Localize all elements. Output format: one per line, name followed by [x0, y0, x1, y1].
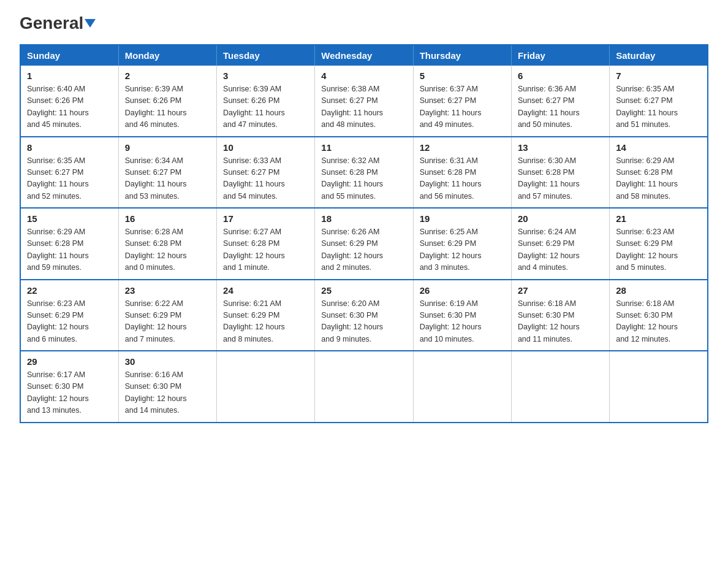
day-number: 25 — [321, 285, 406, 296]
calendar-cell: 9 Sunrise: 6:34 AM Sunset: 6:27 PM Dayli… — [118, 137, 216, 209]
day-number: 26 — [420, 285, 505, 296]
day-info: Sunrise: 6:40 AM Sunset: 6:26 PM Dayligh… — [27, 83, 112, 131]
day-info: Sunrise: 6:18 AM Sunset: 6:30 PM Dayligh… — [616, 298, 701, 346]
calendar-table: SundayMondayTuesdayWednesdayThursdayFrid… — [20, 44, 708, 423]
day-number: 5 — [420, 71, 505, 81]
calendar-body: 1 Sunrise: 6:40 AM Sunset: 6:26 PM Dayli… — [20, 66, 708, 423]
day-number: 28 — [616, 285, 701, 296]
day-number: 21 — [616, 213, 701, 224]
header-wednesday: Wednesday — [315, 45, 413, 66]
day-number: 24 — [223, 285, 308, 296]
day-number: 23 — [125, 285, 210, 296]
calendar-week-5: 29 Sunrise: 6:17 AM Sunset: 6:30 PM Dayl… — [20, 351, 708, 423]
calendar-cell: 16 Sunrise: 6:28 AM Sunset: 6:28 PM Dayl… — [118, 208, 216, 280]
day-number: 27 — [518, 285, 603, 296]
day-info: Sunrise: 6:36 AM Sunset: 6:27 PM Dayligh… — [518, 83, 603, 131]
calendar-cell: 21 Sunrise: 6:23 AM Sunset: 6:29 PM Dayl… — [610, 208, 708, 280]
header-thursday: Thursday — [413, 45, 511, 66]
day-info: Sunrise: 6:17 AM Sunset: 6:30 PM Dayligh… — [27, 369, 112, 417]
day-number: 7 — [616, 71, 701, 81]
day-info: Sunrise: 6:18 AM Sunset: 6:30 PM Dayligh… — [518, 298, 603, 346]
calendar-cell: 28 Sunrise: 6:18 AM Sunset: 6:30 PM Dayl… — [610, 280, 708, 351]
calendar-cell: 11 Sunrise: 6:32 AM Sunset: 6:28 PM Dayl… — [315, 137, 413, 209]
calendar-cell: 8 Sunrise: 6:35 AM Sunset: 6:27 PM Dayli… — [20, 137, 118, 209]
calendar-cell: 6 Sunrise: 6:36 AM Sunset: 6:27 PM Dayli… — [511, 66, 609, 137]
day-info: Sunrise: 6:21 AM Sunset: 6:29 PM Dayligh… — [223, 298, 308, 346]
header-monday: Monday — [118, 45, 216, 66]
calendar-cell — [315, 351, 413, 423]
logo-general: General — [20, 15, 96, 32]
day-info: Sunrise: 6:30 AM Sunset: 6:28 PM Dayligh… — [518, 155, 603, 203]
day-number: 17 — [223, 213, 308, 224]
calendar-cell: 29 Sunrise: 6:17 AM Sunset: 6:30 PM Dayl… — [20, 351, 118, 423]
day-number: 3 — [223, 71, 308, 81]
calendar-cell: 26 Sunrise: 6:19 AM Sunset: 6:30 PM Dayl… — [413, 280, 511, 351]
day-info: Sunrise: 6:16 AM Sunset: 6:30 PM Dayligh… — [125, 369, 210, 417]
calendar-week-3: 15 Sunrise: 6:29 AM Sunset: 6:28 PM Dayl… — [20, 208, 708, 280]
day-number: 19 — [420, 213, 505, 224]
day-number: 6 — [518, 71, 603, 81]
day-info: Sunrise: 6:23 AM Sunset: 6:29 PM Dayligh… — [27, 298, 112, 346]
day-info: Sunrise: 6:24 AM Sunset: 6:29 PM Dayligh… — [518, 226, 603, 274]
calendar-cell — [511, 351, 609, 423]
logo: General — [20, 15, 96, 33]
header-saturday: Saturday — [610, 45, 708, 66]
day-info: Sunrise: 6:38 AM Sunset: 6:27 PM Dayligh… — [321, 83, 406, 131]
day-number: 16 — [125, 213, 210, 224]
day-info: Sunrise: 6:35 AM Sunset: 6:27 PM Dayligh… — [27, 155, 112, 203]
day-info: Sunrise: 6:34 AM Sunset: 6:27 PM Dayligh… — [125, 155, 210, 203]
day-number: 12 — [420, 142, 505, 153]
calendar-cell: 24 Sunrise: 6:21 AM Sunset: 6:29 PM Dayl… — [217, 280, 315, 351]
day-info: Sunrise: 6:39 AM Sunset: 6:26 PM Dayligh… — [125, 83, 210, 131]
day-info: Sunrise: 6:22 AM Sunset: 6:29 PM Dayligh… — [125, 298, 210, 346]
day-number: 20 — [518, 213, 603, 224]
calendar-week-4: 22 Sunrise: 6:23 AM Sunset: 6:29 PM Dayl… — [20, 280, 708, 351]
day-number: 29 — [27, 356, 112, 367]
calendar-cell: 14 Sunrise: 6:29 AM Sunset: 6:28 PM Dayl… — [610, 137, 708, 209]
calendar-cell: 15 Sunrise: 6:29 AM Sunset: 6:28 PM Dayl… — [20, 208, 118, 280]
calendar-cell: 3 Sunrise: 6:39 AM Sunset: 6:26 PM Dayli… — [217, 66, 315, 137]
day-info: Sunrise: 6:33 AM Sunset: 6:27 PM Dayligh… — [223, 155, 308, 203]
header-sunday: Sunday — [20, 45, 118, 66]
calendar-cell: 27 Sunrise: 6:18 AM Sunset: 6:30 PM Dayl… — [511, 280, 609, 351]
day-number: 22 — [27, 285, 112, 296]
day-info: Sunrise: 6:27 AM Sunset: 6:28 PM Dayligh… — [223, 226, 308, 274]
calendar-cell: 30 Sunrise: 6:16 AM Sunset: 6:30 PM Dayl… — [118, 351, 216, 423]
calendar-cell: 10 Sunrise: 6:33 AM Sunset: 6:27 PM Dayl… — [217, 137, 315, 209]
day-info: Sunrise: 6:39 AM Sunset: 6:26 PM Dayligh… — [223, 83, 308, 131]
day-info: Sunrise: 6:26 AM Sunset: 6:29 PM Dayligh… — [321, 226, 406, 274]
day-info: Sunrise: 6:25 AM Sunset: 6:29 PM Dayligh… — [420, 226, 505, 274]
calendar-cell: 12 Sunrise: 6:31 AM Sunset: 6:28 PM Dayl… — [413, 137, 511, 209]
calendar-week-2: 8 Sunrise: 6:35 AM Sunset: 6:27 PM Dayli… — [20, 137, 708, 209]
header-friday: Friday — [511, 45, 609, 66]
day-number: 14 — [616, 142, 701, 153]
day-info: Sunrise: 6:37 AM Sunset: 6:27 PM Dayligh… — [420, 83, 505, 131]
calendar-cell: 13 Sunrise: 6:30 AM Sunset: 6:28 PM Dayl… — [511, 137, 609, 209]
calendar-cell: 7 Sunrise: 6:35 AM Sunset: 6:27 PM Dayli… — [610, 66, 708, 137]
day-number: 11 — [321, 142, 406, 153]
day-number: 13 — [518, 142, 603, 153]
calendar-cell: 18 Sunrise: 6:26 AM Sunset: 6:29 PM Dayl… — [315, 208, 413, 280]
calendar-cell — [413, 351, 511, 423]
day-number: 2 — [125, 71, 210, 81]
day-number: 10 — [223, 142, 308, 153]
calendar-cell: 17 Sunrise: 6:27 AM Sunset: 6:28 PM Dayl… — [217, 208, 315, 280]
day-info: Sunrise: 6:19 AM Sunset: 6:30 PM Dayligh… — [420, 298, 505, 346]
calendar-cell: 4 Sunrise: 6:38 AM Sunset: 6:27 PM Dayli… — [315, 66, 413, 137]
day-number: 8 — [27, 142, 112, 153]
calendar-cell: 5 Sunrise: 6:37 AM Sunset: 6:27 PM Dayli… — [413, 66, 511, 137]
day-number: 15 — [27, 213, 112, 224]
calendar-cell: 2 Sunrise: 6:39 AM Sunset: 6:26 PM Dayli… — [118, 66, 216, 137]
day-info: Sunrise: 6:31 AM Sunset: 6:28 PM Dayligh… — [420, 155, 505, 203]
day-info: Sunrise: 6:29 AM Sunset: 6:28 PM Dayligh… — [616, 155, 701, 203]
calendar-header: SundayMondayTuesdayWednesdayThursdayFrid… — [20, 45, 708, 66]
header-tuesday: Tuesday — [217, 45, 315, 66]
calendar-cell: 25 Sunrise: 6:20 AM Sunset: 6:30 PM Dayl… — [315, 280, 413, 351]
day-number: 18 — [321, 213, 406, 224]
logo-triangle-icon — [85, 19, 96, 28]
calendar-cell: 23 Sunrise: 6:22 AM Sunset: 6:29 PM Dayl… — [118, 280, 216, 351]
calendar-cell: 1 Sunrise: 6:40 AM Sunset: 6:26 PM Dayli… — [20, 66, 118, 137]
day-info: Sunrise: 6:23 AM Sunset: 6:29 PM Dayligh… — [616, 226, 701, 274]
page-header: General — [20, 15, 708, 33]
day-number: 30 — [125, 356, 210, 367]
